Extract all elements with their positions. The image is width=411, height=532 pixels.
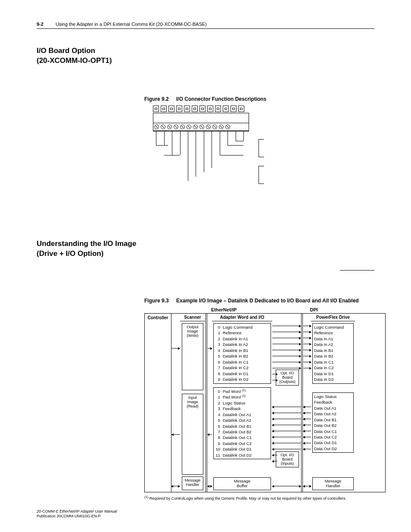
list-item: 2Logic Status <box>215 400 269 406</box>
list-item: Data Out A1 <box>314 405 352 411</box>
opt-io-inputs: Opt. I/O Board (Inputs) <box>276 451 299 467</box>
list-item: 5Datalink Out A2 <box>215 417 269 423</box>
list-item: 4Datalink Out A1 <box>215 412 269 417</box>
adapter-output-words: 0Logic Command1Reference2Datalink In A13… <box>213 323 271 384</box>
scanner-input-image: Input Image (Read) <box>182 394 203 475</box>
drive-message-handler: Message Handler <box>312 477 354 490</box>
column-scanner: Scanner Output Image (Write) Input Image… <box>180 314 205 492</box>
list-item: Data In D2 <box>314 376 352 382</box>
column-adapter: Adapter Word and I/O 0Logic Command1Refe… <box>212 314 272 492</box>
list-item: 1Pad Word (1) <box>215 394 269 400</box>
list-item: Data In D1 <box>314 371 352 376</box>
adapter-input-words: 0Pad Word (1)1Pad Word (1)2Logic Status3… <box>213 387 271 460</box>
list-item: Data In A2 <box>314 342 352 347</box>
figure-9-2-connector-diagram <box>153 106 374 196</box>
gap-controller-scanner <box>171 314 180 492</box>
page-number: 9-2 <box>37 22 44 27</box>
drive-output-words: Logic CommandReferenceData In A1Data In … <box>312 323 354 384</box>
scanner-output-image: Output Image (Write) <box>182 323 203 390</box>
footnote-marker: (1) <box>144 495 148 499</box>
figure-9-2-caption: Figure 9.2 I/O Connector Function Descri… <box>144 96 374 102</box>
footer-manual-title: 20-COMM-E EtherNet/IP Adapter User Manua… <box>37 509 117 514</box>
figure-9-3-text: Example I/O Image – Datalink D Dedicated… <box>176 298 359 304</box>
list-item: 2Datalink In A1 <box>215 336 269 342</box>
label-dpi: DPI <box>310 307 318 312</box>
list-item: 4Datalink In B1 <box>215 348 269 353</box>
running-header: 9-2 Using the Adapter in a DPI External … <box>37 22 374 29</box>
list-item: Data Out D2 <box>314 446 352 451</box>
section-understanding-io-image: Understanding the I/O Image (Drive + I/O… <box>37 239 374 259</box>
list-item: 10Datalink Out D1 <box>215 446 269 452</box>
list-item: 5Datalink In B2 <box>215 353 269 359</box>
label-ethernet-ip: EtherNet/IP <box>211 307 237 312</box>
list-item: Reference <box>314 330 352 336</box>
list-item: 9Datalink In D2 <box>215 376 269 382</box>
figure-9-3-caption: Figure 9.3 Example I/O Image – Datalink … <box>144 298 374 304</box>
list-item: Data Out B2 <box>314 423 352 428</box>
gap-dpi-drive <box>303 314 311 492</box>
figure-9-2-text: I/O Connector Function Descriptions <box>176 96 266 102</box>
list-item: Data In C1 <box>314 359 352 365</box>
section2-title-line2: (Drive + I/O Option) <box>37 249 374 259</box>
list-item: 1Reference <box>215 330 269 336</box>
gap-adapter-drive: Opt. I/O Board (Outputs) Opt. I/O Board <box>272 314 301 492</box>
opt-io-outputs: Opt. I/O Board (Outputs) <box>276 370 299 386</box>
list-item: Logic Command <box>314 324 352 330</box>
drive-header: PowerFlex Drive <box>311 314 355 321</box>
list-item: 3Feedback <box>215 406 269 411</box>
scanner-header: Scanner <box>180 314 205 321</box>
footer-publication: Publication 20COMM-UM010G-EN-P <box>37 514 117 519</box>
column-controller: Controller <box>145 314 171 492</box>
section2-title-line1: Understanding the I/O Image <box>37 239 374 249</box>
list-item: 8Datalink Out C1 <box>215 435 269 440</box>
figure-9-3-diagram: EtherNet/IP DPI Controller Scanner Outpu… <box>144 307 386 492</box>
section-title-line2: (20-XCOMM-IO-OPT1) <box>37 56 374 66</box>
gap-scanner-adapter <box>208 314 212 492</box>
list-item: Data In B2 <box>314 353 352 359</box>
adapter-header: Adapter Word and I/O <box>212 314 272 321</box>
list-item: Data Out D1 <box>314 440 352 445</box>
section-title-line1: I/O Board Option <box>37 46 374 56</box>
figure-9-3-label: Figure 9.3 <box>144 298 169 304</box>
list-item: 7Datalink Out B2 <box>215 429 269 435</box>
list-item: Data In A1 <box>314 336 352 342</box>
list-item: Feedback <box>314 399 352 405</box>
list-item: 3Datalink In A2 <box>215 342 269 347</box>
section-io-board-option: I/O Board Option (20-XCOMM-IO-OPT1) <box>37 46 374 66</box>
list-item: 6Datalink Out B1 <box>215 423 269 429</box>
list-item: 0Pad Word (1) <box>215 389 269 394</box>
list-item: 9Datalink Out C2 <box>215 441 269 446</box>
list-item: 6Datalink In C1 <box>215 359 269 365</box>
list-item: Data Out A2 <box>314 411 352 417</box>
adapter-message-buffer: Message Buffer <box>213 477 271 490</box>
list-item: 7Datalink In C2 <box>215 365 269 370</box>
figure-9-2-label: Figure 9.2 <box>144 96 169 102</box>
footnote-text: Required by ControlLogix when using the … <box>148 496 346 501</box>
list-item: Data Out C1 <box>314 429 352 434</box>
list-item: Data Out C2 <box>314 434 352 440</box>
list-item: 0Logic Command <box>215 324 269 330</box>
footnote-1: (1) Required by ControlLogix when using … <box>144 495 374 501</box>
controller-header: Controller <box>145 315 171 320</box>
list-item: Data In C2 <box>314 365 352 370</box>
list-item: Data Out B1 <box>314 417 352 423</box>
list-item: Logic Status <box>314 394 352 399</box>
drive-input-words: Logic StatusFeedbackData Out A1Data Out … <box>312 392 354 453</box>
list-item: Data In B1 <box>314 348 352 353</box>
list-item: 11Datalink Out D2 <box>215 452 269 458</box>
page-footer: 20-COMM-E EtherNet/IP Adapter User Manua… <box>37 509 117 519</box>
chapter-title: Using the Adapter in a DPI External Comm… <box>56 22 207 27</box>
column-drive: PowerFlex Drive Logic CommandReferenceDa… <box>311 314 355 492</box>
scanner-message-handler: Message Handler <box>182 476 203 490</box>
list-item: 8Datalink In D1 <box>215 371 269 376</box>
